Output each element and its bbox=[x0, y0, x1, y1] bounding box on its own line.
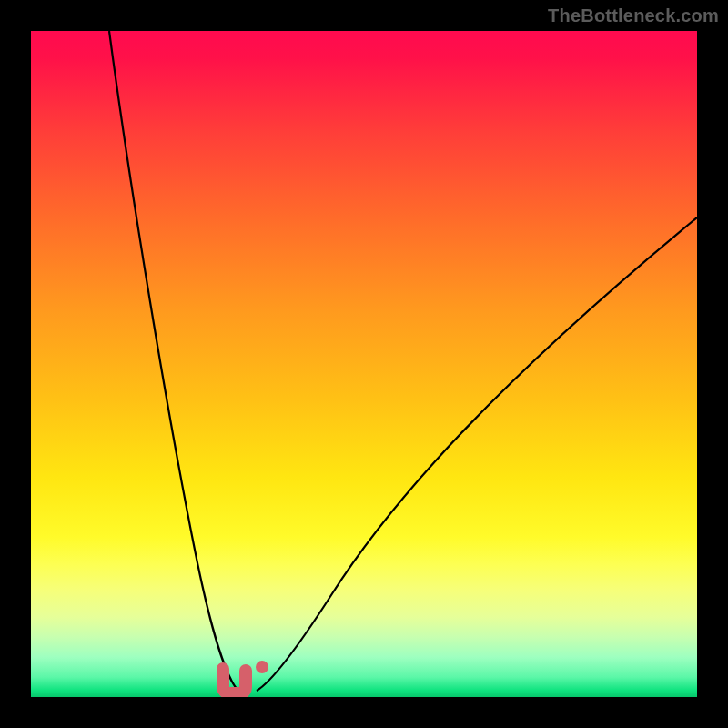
curve-left-branch bbox=[109, 31, 238, 691]
curve-right-branch bbox=[257, 217, 697, 691]
plot-area bbox=[31, 31, 697, 697]
dot-marker-icon bbox=[256, 661, 268, 673]
curves-layer bbox=[31, 31, 697, 697]
u-marker-icon bbox=[223, 669, 246, 693]
watermark-text: TheBottleneck.com bbox=[548, 5, 719, 26]
outer-frame: TheBottleneck.com bbox=[0, 0, 728, 728]
